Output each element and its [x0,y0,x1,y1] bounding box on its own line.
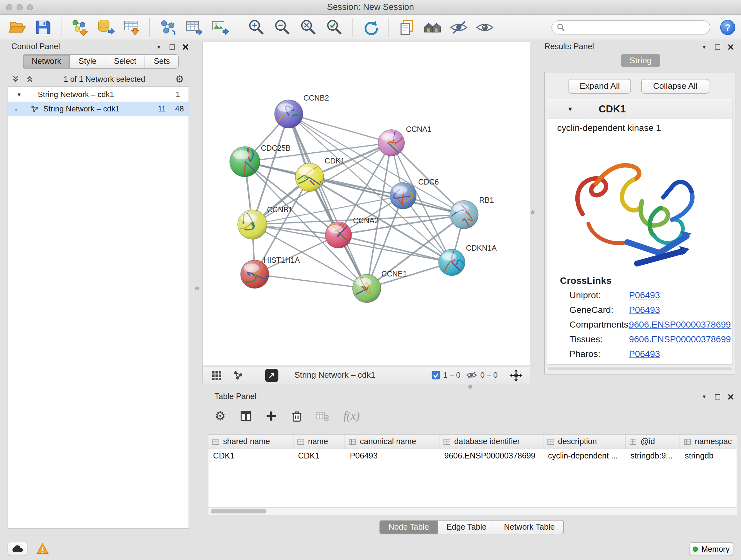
cloud-status-button[interactable] [8,542,27,556]
open-session-button[interactable] [6,16,28,38]
network-collection-row[interactable]: ▼ String Network – cdk1 1 [8,87,189,102]
network-row[interactable]: ● String Network – cdk1 11 48 [8,102,189,116]
table-panel-float-button[interactable] [714,393,721,401]
control-panel-float-button[interactable] [168,43,176,51]
column-header[interactable]: namespac [680,435,737,449]
birds-eye-view-button[interactable] [265,368,278,381]
show-columns-button[interactable] [236,407,255,425]
warnings-button[interactable] [33,542,52,556]
network-canvas[interactable]: CCNB2CCNA1CDC25BCDK1CDC6RB1CCNB1CCNA2CDK… [203,42,530,366]
network-node-CDC6[interactable] [390,183,416,209]
search-input[interactable] [568,23,705,32]
selected-checkbox-icon[interactable] [431,371,440,380]
tab-network[interactable]: Network [23,55,70,68]
network-node-CCNE1[interactable] [349,274,381,303]
column-header[interactable]: description [543,435,626,449]
minimize-window-button[interactable] [17,4,23,10]
right-splitter-handle[interactable] [531,210,535,214]
expand-all-button[interactable]: Expand All [568,79,630,94]
tab-select[interactable]: Select [105,55,145,68]
results-panel-menu-button[interactable]: ▼ [700,43,708,51]
network-node-RB1[interactable] [450,200,478,242]
eye-slash-icon [449,19,469,35]
home-button[interactable] [421,16,444,38]
show-all-button[interactable] [474,16,496,38]
results-panel-float-button[interactable] [714,43,721,51]
column-header[interactable]: name [293,435,345,449]
table-panel-close-button[interactable] [727,393,735,401]
collapse-section-icon[interactable]: ▼ [567,105,573,112]
fit-content-crosshair-button[interactable] [508,368,524,382]
import-table-from-file-button[interactable] [120,16,143,38]
compartments-link[interactable]: 9606.ENSP00000378699 [629,320,731,330]
close-icon [728,44,734,50]
table-toolbar: ⚙ f(x) [211,406,365,427]
network-node-CDKN1A[interactable] [439,244,468,281]
network-node-CDK1[interactable] [289,161,326,191]
delete-column-button[interactable] [287,407,306,425]
column-header[interactable]: database identifier [440,435,543,449]
control-panel-menu-button[interactable]: ▼ [155,43,163,51]
results-scrollbar[interactable] [548,368,732,370]
horizontal-splitter-handle[interactable] [468,385,472,388]
new-network-button[interactable] [156,16,179,38]
network-node-count: 11 [148,105,166,113]
tab-node-table[interactable]: Node Table [380,520,438,534]
save-session-button[interactable] [31,16,54,38]
zoom-fit-button[interactable] [297,16,320,38]
open-external-arrow-icon [268,371,276,379]
import-network-from-database-button[interactable] [94,16,117,38]
grid-view-button[interactable] [208,368,224,382]
help-button[interactable]: ? [720,19,735,35]
export-image-button[interactable] [208,16,231,38]
uniprot-link[interactable]: P06493 [629,290,660,301]
network-node-CDC25B[interactable] [230,145,266,182]
tab-edge-table[interactable]: Edge Table [438,520,495,534]
tab-string[interactable]: String [621,54,660,67]
tab-style[interactable]: Style [70,55,106,68]
tissues-link[interactable]: 9606.ENSP00000378699 [629,334,731,345]
network-list-button[interactable] [230,368,246,382]
table-row[interactable]: CDK1 CDK1 P06493 9606.ENSP00000378699 cy… [208,449,737,463]
control-panel-close-button[interactable] [182,43,189,51]
genecard-link[interactable]: P06493 [629,305,660,315]
hide-selected-button[interactable] [448,16,470,38]
protein-card-header[interactable]: ▼ CDK1 [547,99,732,119]
zoom-in-button[interactable] [245,16,267,38]
crosslink-row: Pharos: P06493 [547,349,732,360]
scrollbar-thumb[interactable] [211,509,266,513]
refresh-button[interactable] [359,16,382,38]
memory-button[interactable]: Memory [689,543,733,556]
close-window-button[interactable] [6,4,12,10]
collapse-all-networks-button[interactable] [10,75,21,83]
zoom-window-button[interactable] [27,4,33,10]
import-network-from-file-button[interactable] [68,16,91,38]
pharos-link[interactable]: P06493 [629,349,660,360]
network-node-CCNB2[interactable] [269,100,303,129]
column-header[interactable]: shared name [208,435,293,449]
left-splitter-handle[interactable] [195,287,199,290]
new-table-button[interactable] [183,16,205,38]
function-builder-button[interactable]: f(x) [338,407,365,425]
column-header[interactable]: canonical name [345,435,440,449]
add-column-button[interactable] [262,407,280,425]
table-panel-menu-button[interactable]: ▼ [700,393,708,401]
tab-sets[interactable]: Sets [145,55,179,68]
expand-all-networks-button[interactable] [24,75,35,83]
collection-collapse-icon[interactable]: ▼ [17,91,22,98]
network-label: String Network – cdk1 [44,105,120,113]
column-header[interactable]: @id [626,435,680,449]
network-node-CCNB1[interactable] [234,210,267,240]
network-options-gear-button[interactable]: ⚙ [174,73,185,85]
zoom-out-button[interactable] [271,16,293,38]
copy-button[interactable] [395,16,418,38]
zoom-selected-button[interactable] [323,16,345,38]
collapse-all-button[interactable]: Collapse All [642,79,710,94]
delete-table-button[interactable] [313,407,332,425]
tab-network-table[interactable]: Network Table [495,520,563,534]
hidden-eye-slash-icon[interactable] [466,371,478,380]
results-panel-close-button[interactable] [727,43,735,51]
network-view[interactable]: CCNB2CCNA1CDC25BCDK1CDC6RB1CCNB1CCNA2CDK… [202,42,530,366]
table-settings-gear-button[interactable]: ⚙ [211,407,229,425]
network-node-CCNA1[interactable] [378,122,405,159]
